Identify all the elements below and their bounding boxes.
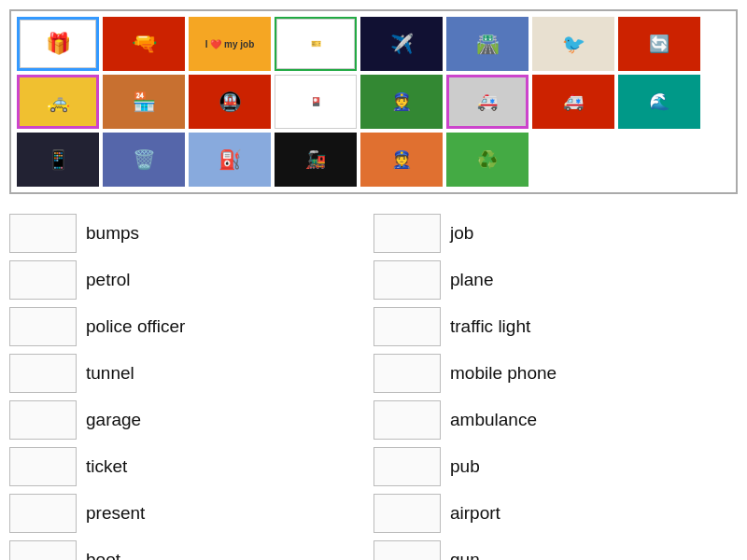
img-officer[interactable]: 👮 <box>360 133 443 187</box>
img-taxi[interactable]: 🚕 <box>17 75 99 129</box>
word-list-container: bumpspetrolpolice officertunnelgaragetic… <box>9 211 738 560</box>
drop-box-left-1[interactable] <box>9 260 77 300</box>
drop-box-left-6[interactable] <box>9 494 77 533</box>
word-row-left-5: ticket <box>9 444 374 489</box>
word-row-right-4: ambulance <box>374 398 738 442</box>
image-row-3: 📱 🗑️ ⛽ 🚂 👮 ♻️ <box>17 133 730 187</box>
word-label-left-5: ticket <box>86 456 127 477</box>
word-label-left-0: bumps <box>86 223 139 244</box>
drop-box-right-4[interactable] <box>374 400 441 440</box>
img-job[interactable]: I ❤️ my job <box>189 17 271 71</box>
drop-box-right-0[interactable] <box>374 214 441 253</box>
drop-box-left-4[interactable] <box>9 400 77 440</box>
img-road[interactable]: 🛣️ <box>446 17 529 71</box>
img-rubbish[interactable]: 🗑️ <box>103 133 185 187</box>
right-word-column: jobplanetraffic lightmobile phoneambulan… <box>374 211 738 560</box>
img-ticket[interactable]: 🎫 <box>275 17 357 71</box>
word-row-right-1: plane <box>374 258 738 302</box>
word-label-right-4: ambulance <box>450 410 537 430</box>
drop-box-right-2[interactable] <box>374 307 441 346</box>
word-row-right-0: job <box>374 211 738 256</box>
word-label-left-1: petrol <box>86 270 131 290</box>
word-row-right-2: traffic light <box>374 304 738 349</box>
word-label-left-6: present <box>86 503 145 524</box>
word-label-right-5: pub <box>450 456 480 477</box>
img-ambulance-red[interactable]: 🚑 <box>532 75 614 129</box>
word-label-left-3: tunnel <box>86 363 134 384</box>
drop-box-left-0[interactable] <box>9 214 77 253</box>
image-row-1: 🎁 🔫 I ❤️ my job 🎫 ✈️ 🛣️ 🐦 🔄 <box>17 17 730 71</box>
img-tunnel[interactable]: 🚇 <box>189 75 271 129</box>
word-row-left-3: tunnel <box>9 351 374 396</box>
img-seagulls[interactable]: 🐦 <box>532 17 614 71</box>
img-garage[interactable]: 🏪 <box>103 75 185 129</box>
word-row-right-6: airport <box>374 491 738 536</box>
word-label-right-0: job <box>450 223 473 244</box>
word-label-right-6: airport <box>450 503 500 524</box>
word-row-left-2: police officer <box>9 304 374 349</box>
drop-box-right-7[interactable] <box>374 540 441 560</box>
img-petrol[interactable]: ⛽ <box>189 133 271 187</box>
image-grid: 🎁 🔫 I ❤️ my job 🎫 ✈️ 🛣️ 🐦 🔄 🚕 🏪 <box>9 9 738 194</box>
drop-box-left-7[interactable] <box>9 540 77 560</box>
img-police[interactable]: 👮 <box>360 75 443 129</box>
word-label-left-4: garage <box>86 410 141 430</box>
word-label-right-1: plane <box>450 270 494 290</box>
image-row-2: 🚕 🏪 🚇 🎴 👮 🚑 🚑 🌊 <box>17 75 730 129</box>
img-mobile[interactable]: 📱 <box>17 133 99 187</box>
img-gun[interactable]: 🔫 <box>103 17 185 71</box>
img-leaving-card[interactable]: 🎴 <box>275 75 357 129</box>
img-green-dump[interactable]: ♻️ <box>446 133 529 187</box>
word-label-right-2: traffic light <box>450 316 530 337</box>
drop-box-left-5[interactable] <box>9 447 77 486</box>
img-ambulance-gray[interactable]: 🚑 <box>446 75 529 129</box>
word-row-right-3: mobile phone <box>374 351 738 396</box>
img-gift[interactable]: 🎁 <box>17 17 99 71</box>
drop-box-right-1[interactable] <box>374 260 441 300</box>
word-row-left-1: petrol <box>9 258 374 302</box>
word-label-left-2: police officer <box>86 316 185 337</box>
word-row-right-5: pub <box>374 444 738 489</box>
img-roundabout[interactable]: 🔄 <box>618 17 700 71</box>
word-row-left-4: garage <box>9 398 374 442</box>
word-row-left-7: boot <box>9 538 374 560</box>
drop-box-left-2[interactable] <box>9 307 77 346</box>
word-row-left-0: bumps <box>9 211 374 256</box>
img-teal[interactable]: 🌊 <box>618 75 700 129</box>
word-label-left-7: boot <box>86 550 120 560</box>
drop-box-right-3[interactable] <box>374 354 441 393</box>
img-plane[interactable]: ✈️ <box>360 17 443 71</box>
img-railway[interactable]: 🚂 <box>275 133 357 187</box>
word-label-right-7: gun <box>450 550 480 560</box>
drop-box-left-3[interactable] <box>9 354 77 393</box>
left-word-column: bumpspetrolpolice officertunnelgaragetic… <box>9 211 374 560</box>
drop-box-right-6[interactable] <box>374 494 441 533</box>
drop-box-right-5[interactable] <box>374 447 441 486</box>
word-row-left-6: present <box>9 491 374 536</box>
word-row-right-7: gun <box>374 538 738 560</box>
word-label-right-3: mobile phone <box>450 363 557 384</box>
